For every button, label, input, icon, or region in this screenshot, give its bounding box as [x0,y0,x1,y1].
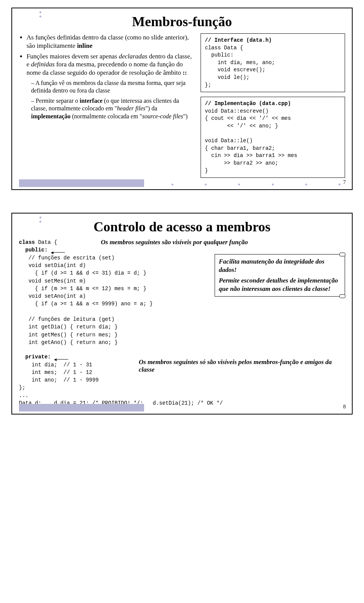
slide-title: Membros-função [19,14,345,30]
code-impl-box: // Implementação (data.cpp) void Data::e… [201,97,345,178]
decorative-dots [39,11,41,17]
footer-bar [19,404,144,411]
page-number: 8 [343,404,346,410]
footer-bar [19,179,144,187]
note-line: Permite esconder detalhes de implementaç… [219,276,341,293]
arrow-icon [51,249,66,252]
bullet-item: Funções maiores devem ser apenas declara… [27,52,195,121]
row-private: private: int dia; // 1 - 31 int mes; // … [19,353,345,391]
note-line: Facilita manutenção da integridade dos d… [219,258,341,274]
slide-controlo-acesso: Controlo de acesso a membros class Data … [11,213,353,415]
footer-dots [171,184,340,185]
page-number: 7 [343,179,346,185]
annotation-private: Os membros seguintes só são visíveis pel… [139,358,345,374]
row-public: class Data { public: Os membros seguinte… [19,239,345,254]
decorative-dots [39,217,41,223]
slide-title: Controlo de acesso a membros [19,219,345,235]
code-interface-box: // Interface (data.h) class Data { publi… [201,33,345,92]
slide-membros-funcao: Membros-função As funções definidas dent… [11,8,353,190]
right-column: // Interface (data.h) class Data { publi… [201,33,345,182]
arrow-icon [54,356,69,359]
bullet-list: As funções definidas dentro da classe (c… [19,33,195,120]
code-class-open: class Data { public: [19,239,95,254]
note-box: Facilita manutenção da integridade dos d… [215,254,345,297]
dash-item: A função vê os membros da classe da mesm… [31,79,195,95]
row-mid: // funções de escrita (set) void setDia(… [19,254,345,347]
code-set-get: // funções de escrita (set) void setDia(… [19,254,209,347]
annotation-public: Os membros seguintes são visíveis por qu… [101,239,345,246]
two-column-layout: As funções definidas dentro da classe (c… [19,33,345,182]
bullet-item: As funções definidas dentro da classe (c… [27,33,195,50]
dash-item: Permite separar o interface (o que inter… [31,97,195,120]
left-column: As funções definidas dentro da classe (c… [19,33,195,182]
code-private: private: int dia; // 1 - 31 int mes; // … [19,353,133,391]
dash-list: A função vê os membros da classe da mesm… [27,79,195,120]
